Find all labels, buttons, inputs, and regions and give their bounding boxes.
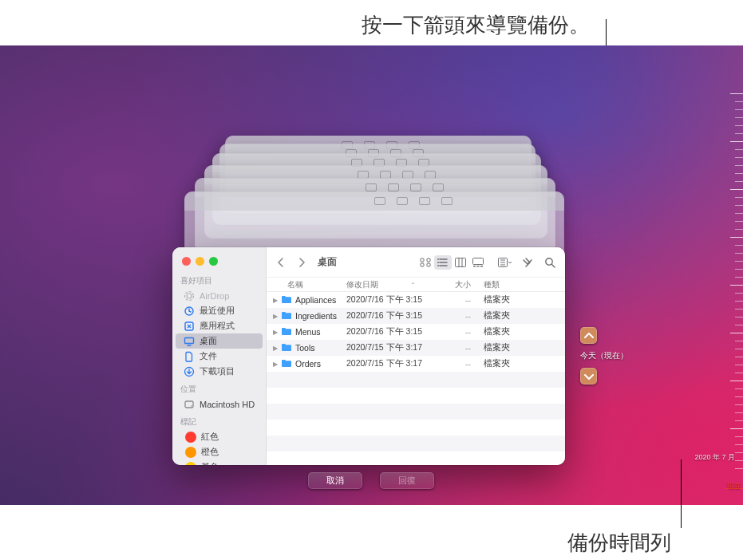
timeline-tick <box>735 396 743 397</box>
forward-button[interactable] <box>294 254 310 271</box>
table-row[interactable]: ▶Tools2020/7/15 下午 3:17--檔案夾 <box>267 340 565 356</box>
window-controls <box>172 247 266 270</box>
svg-rect-10 <box>421 263 424 266</box>
disclosure-icon[interactable]: ▶ <box>273 329 278 336</box>
view-columns-button[interactable] <box>452 255 469 270</box>
timeline-tick <box>735 205 743 206</box>
empty-row <box>267 436 565 452</box>
timeline-tick <box>735 165 743 166</box>
group-by-button[interactable] <box>496 255 514 270</box>
timeline-tick <box>735 125 743 126</box>
timeline-tick <box>735 277 743 278</box>
timeline-tick <box>735 261 743 262</box>
svg-rect-8 <box>421 258 424 262</box>
sidebar-item-desktop[interactable]: 桌面 <box>176 333 263 349</box>
col-size[interactable]: 大小 <box>442 279 479 290</box>
timeline-tick <box>735 157 743 158</box>
col-date[interactable]: 修改日期⌃ <box>346 279 442 290</box>
sidebar-tag-item[interactable]: 黃色 <box>176 459 263 465</box>
disclosure-icon[interactable]: ▶ <box>273 313 278 320</box>
file-date: 2020/7/15 下午 3:17 <box>346 342 442 353</box>
timeline-tick <box>730 381 743 381</box>
file-kind: 檔案夾 <box>479 310 565 321</box>
timeline-tick <box>735 101 743 102</box>
timeline-tick <box>735 317 743 317</box>
sidebar-locations-header: 位置 <box>172 379 266 396</box>
sidebar-item-download[interactable]: 下載項目 <box>176 364 263 379</box>
svg-rect-11 <box>427 263 430 266</box>
table-row[interactable]: ▶Ingredients2020/7/16 下午 3:15--檔案夾 <box>267 308 565 324</box>
view-list-button[interactable] <box>434 255 452 270</box>
file-size: -- <box>442 359 479 369</box>
file-date: 2020/7/16 下午 3:15 <box>346 326 442 337</box>
cancel-button[interactable]: 取消 <box>308 472 362 489</box>
timeline-tick <box>735 420 743 421</box>
timeline-month-label: 2020 年 7 月 <box>694 452 735 463</box>
file-size: -- <box>442 295 479 305</box>
timeline-tick <box>735 229 743 230</box>
timeline-tick <box>735 436 743 437</box>
sidebar-item-label: Macintosh HD <box>200 400 255 409</box>
more-button[interactable] <box>519 255 536 270</box>
close-button[interactable] <box>182 257 191 266</box>
timeline-tick <box>735 388 743 389</box>
file-kind: 檔案夾 <box>479 358 565 369</box>
doc-icon <box>184 351 195 362</box>
back-button[interactable] <box>273 254 289 271</box>
annotation-bottom: 備份時間列 <box>567 529 671 557</box>
table-row[interactable]: ▶Menus2020/7/16 下午 3:15--檔案夾 <box>267 324 565 340</box>
disclosure-icon[interactable]: ▶ <box>273 297 278 304</box>
sidebar-item-airdrop[interactable]: AirDrop <box>176 288 263 303</box>
folder-icon <box>281 311 292 321</box>
table-row[interactable]: ▶Appliances2020/7/16 下午 3:15--檔案夾 <box>267 292 565 308</box>
timeline-tick <box>735 468 743 469</box>
svg-point-7 <box>191 405 192 407</box>
sidebar-item-doc[interactable]: 文件 <box>176 349 263 364</box>
col-name[interactable]: 名稱 <box>267 279 346 290</box>
table-row[interactable]: ▶Orders2020/7/15 下午 3:17--檔案夾 <box>267 356 565 372</box>
sidebar-tag-item[interactable]: 紅色 <box>176 429 263 444</box>
sidebar-item-label: 文件 <box>200 350 217 362</box>
file-date: 2020/7/16 下午 3:15 <box>346 294 442 306</box>
timeline-tick <box>735 325 743 325</box>
location-title: 桌面 <box>318 255 337 269</box>
svg-rect-17 <box>473 266 476 267</box>
sidebar-item-app[interactable]: 應用程式 <box>176 318 263 333</box>
search-button[interactable] <box>541 255 559 270</box>
action-bar: 取消 回復 <box>308 472 434 489</box>
backup-timeline[interactable]: 2020 年 7 月 現在 <box>714 93 743 505</box>
folder-icon <box>281 359 292 369</box>
zoom-button[interactable] <box>209 257 218 266</box>
timeline-tick <box>735 221 743 222</box>
nav-down-button[interactable] <box>580 368 597 385</box>
file-size: -- <box>442 311 479 321</box>
timeline-now-label: 現在 <box>727 481 741 491</box>
restore-button[interactable]: 回復 <box>380 472 434 489</box>
sidebar-item-clock[interactable]: 最近使用 <box>176 303 263 318</box>
annotation-bottom-text: 備份時間列 <box>567 530 671 554</box>
file-name: Appliances <box>295 295 336 305</box>
disk-icon <box>184 399 195 410</box>
view-gallery-button[interactable] <box>469 255 487 270</box>
timeline-tick <box>735 357 743 357</box>
disclosure-icon[interactable]: ▶ <box>273 361 278 368</box>
empty-row <box>267 452 565 465</box>
sidebar-item-label: 紅色 <box>201 431 219 443</box>
annotation-top: 按一下箭頭來導覽備份。 <box>0 11 743 39</box>
nav-up-button[interactable] <box>580 327 597 344</box>
tag-dot-icon <box>185 432 196 443</box>
file-list[interactable]: ▶Appliances2020/7/16 下午 3:15--檔案夾▶Ingred… <box>267 292 565 465</box>
sidebar-tag-item[interactable]: 橙色 <box>176 444 263 459</box>
timeline-tick <box>735 452 743 453</box>
timeline-tick <box>735 373 743 373</box>
sort-indicator-icon: ⌃ <box>410 282 416 289</box>
col-kind[interactable]: 種類 <box>479 279 565 290</box>
sidebar-location-item[interactable]: Macintosh HD <box>176 396 263 412</box>
view-icons-button[interactable] <box>417 255 434 270</box>
file-size: -- <box>442 327 479 337</box>
disclosure-icon[interactable]: ▶ <box>273 345 278 352</box>
file-date: 2020/7/16 下午 3:15 <box>346 310 442 321</box>
column-headers[interactable]: 名稱 修改日期⌃ 大小 種類 <box>267 278 565 292</box>
timeline-tick <box>735 269 743 270</box>
minimize-button[interactable] <box>196 257 204 266</box>
